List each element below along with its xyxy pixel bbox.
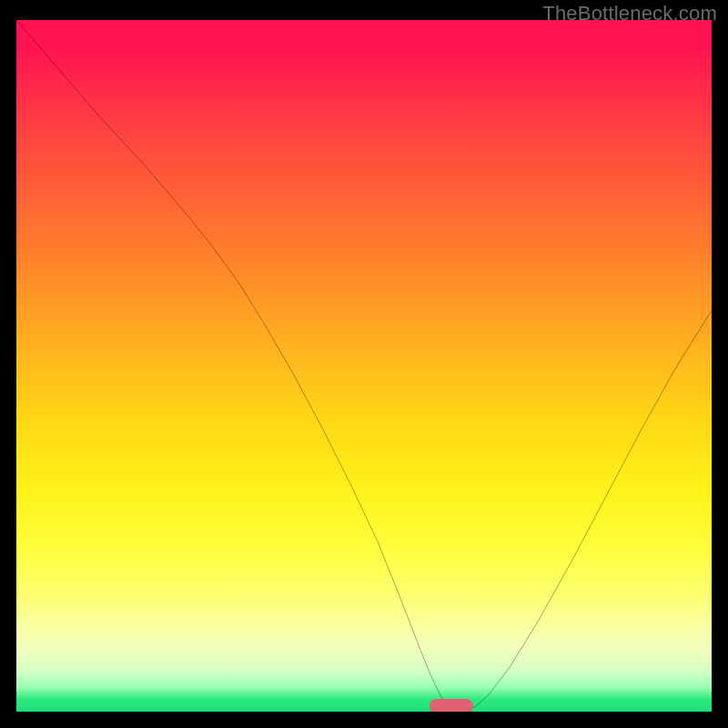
chart-frame: TheBottleneck.com [0, 0, 728, 728]
optimal-marker [430, 699, 473, 712]
bottleneck-curve [16, 20, 712, 712]
plot-area [16, 20, 712, 712]
watermark-text: TheBottleneck.com [542, 2, 717, 25]
